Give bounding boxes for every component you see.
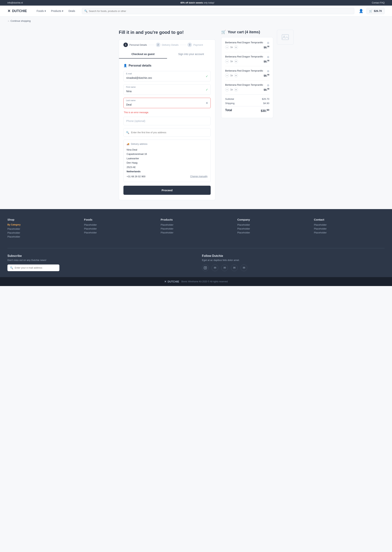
- cart-section: 🛒 Your cart (4 items) Berberana Red Drag…: [221, 30, 273, 200]
- footer-col-products-title: Products: [161, 218, 231, 221]
- checkout-section: Fill it in and you're good to go! 1 Pers…: [119, 30, 215, 200]
- mail-icon-4[interactable]: ✉: [241, 264, 247, 271]
- copyright-text: Bionic Wireframe Kit 2020 © All rights r…: [181, 280, 228, 283]
- proceed-button[interactable]: Proceed: [123, 186, 211, 195]
- shipping-row: Shipping $4.90: [225, 102, 269, 105]
- footer-products-link-2[interactable]: Placeholder: [161, 227, 231, 230]
- tab-guest[interactable]: Checkout as guest: [119, 50, 167, 58]
- progress-steps: 1 Personal Details 2 Delivery Details 3 …: [119, 39, 215, 50]
- cart-item-name: Berberana Red Dragon Tempranillo: [225, 41, 269, 44]
- remove-item-1[interactable]: ⊗: [267, 41, 269, 45]
- nav-deals[interactable]: Deals: [66, 8, 77, 14]
- footer-bottom: Subscribe Don't miss out on any Dutchie …: [7, 248, 385, 271]
- footer-shop-link-2[interactable]: Placeholder: [7, 231, 78, 234]
- nav-foods[interactable]: Foods ▾: [34, 8, 48, 14]
- firstname-field[interactable]: [123, 84, 211, 95]
- checkout-title: Fill it in and you're good to go!: [119, 30, 215, 35]
- footer-col-foods: Foods Placeholder Placeholder Placeholde…: [84, 218, 155, 239]
- qty-value-3: 1x: [230, 74, 233, 77]
- remove-item-4[interactable]: ⊗: [267, 83, 269, 87]
- faq-link[interactable]: FAQ: [380, 1, 385, 4]
- cart-items-list: Berberana Red Dragon Tempranillo − 1x + …: [225, 41, 269, 94]
- item-price-2: $8.90: [264, 60, 269, 63]
- qty-increase-1[interactable]: +: [234, 45, 238, 49]
- subscribe-email-input[interactable]: [15, 266, 57, 269]
- footer-foods-link-3[interactable]: Placeholder: [84, 231, 155, 234]
- logo-text: DUTCHIE: [12, 9, 27, 13]
- firstname-label: First name: [126, 86, 136, 88]
- lastname-clear-icon[interactable]: ✕: [206, 101, 208, 105]
- tab-signin[interactable]: Sign into your account: [167, 50, 215, 58]
- footer-shop-link-1[interactable]: Placeholder: [7, 227, 78, 230]
- footer-logo-icon: ✕: [164, 280, 167, 283]
- footer-col-contact: Contact Placeholder Placeholder Placehol…: [314, 218, 385, 239]
- product-image-placeholder: [277, 30, 294, 45]
- breadcrumb[interactable]: ← Continue shopping: [0, 16, 392, 25]
- search-bar[interactable]: 🔍: [82, 8, 354, 14]
- change-address-link[interactable]: Change manually: [190, 174, 208, 179]
- lastname-label: Last name: [126, 99, 135, 102]
- qty-increase-4[interactable]: +: [234, 88, 238, 91]
- footer-shop-link-3[interactable]: Placeholder: [7, 235, 78, 238]
- email-field[interactable]: [123, 71, 211, 81]
- mail-icon-1[interactable]: ✉: [212, 264, 218, 271]
- footer-logo: ✕ DUTCHIE: [164, 280, 179, 283]
- lastname-field[interactable]: [123, 98, 211, 108]
- svg-rect-2: [204, 266, 207, 269]
- cart-item: Berberana Red Dragon Tempranillo − 1x + …: [225, 83, 269, 91]
- footer-subscribe: Subscribe Don't miss out on any Dutchie …: [7, 254, 190, 271]
- qty-value-4: 1x: [230, 88, 233, 91]
- phone-field[interactable]: [123, 117, 211, 125]
- footer-follow: Follow Dutchie Eget at ac dapibus felis …: [202, 254, 385, 271]
- address-line-4: Den Haag: [126, 160, 208, 165]
- footer-contact-link-2[interactable]: Placeholder: [314, 227, 385, 230]
- footer-products-link-1[interactable]: Placeholder: [161, 223, 231, 226]
- footer-company-link-1[interactable]: Placeholder: [237, 223, 308, 226]
- user-icon[interactable]: 👤: [359, 9, 364, 13]
- qty-increase-3[interactable]: +: [234, 74, 238, 77]
- search-input[interactable]: [89, 10, 352, 13]
- qty-decrease-4[interactable]: −: [225, 88, 229, 91]
- footer-foods-link-2[interactable]: Placeholder: [84, 227, 155, 230]
- qty-decrease-3[interactable]: −: [225, 74, 229, 77]
- checkout-tabs: Checkout as guest Sign into your account: [119, 50, 215, 58]
- qty-decrease-2[interactable]: −: [225, 59, 229, 63]
- contact-link[interactable]: Contact: [372, 1, 379, 4]
- topbar-email: info@dutchie.nl: [7, 1, 23, 4]
- address-line-3: Laakwartier: [126, 156, 208, 160]
- form-card: 👤 Personal details E-mail ✓ First name ✓…: [119, 58, 215, 200]
- footer-contact-link-3[interactable]: Placeholder: [314, 231, 385, 234]
- subscribe-subtitle: Don't miss out on any Dutchie news!: [7, 259, 190, 261]
- address-line-5: 2523 AE: [126, 165, 208, 169]
- qty-controls-4: − 1x +: [225, 88, 238, 91]
- address-search-group: 🔍: [123, 128, 211, 137]
- qty-controls-2: − 1x +: [225, 59, 238, 63]
- footer-company-link-3[interactable]: Placeholder: [237, 231, 308, 234]
- footer-products-link-3[interactable]: Placeholder: [161, 231, 231, 234]
- footer-foods-link-1[interactable]: Placeholder: [84, 223, 155, 226]
- phone-group: [123, 117, 211, 125]
- lastname-group: Last name ✕: [123, 98, 211, 108]
- footer-company-link-2[interactable]: Placeholder: [237, 227, 308, 230]
- step-3-label: Payment: [193, 44, 203, 46]
- address-search-field[interactable]: [123, 128, 211, 137]
- remove-item-3[interactable]: ⊗: [267, 69, 269, 73]
- remove-item-2[interactable]: ⊗: [267, 55, 269, 59]
- nav-products[interactable]: Products ▾: [49, 8, 65, 14]
- mail-icon-3[interactable]: ✉: [231, 264, 238, 271]
- mail-icon-2[interactable]: ✉: [221, 264, 228, 271]
- instagram-icon[interactable]: [202, 264, 209, 271]
- qty-decrease-1[interactable]: −: [225, 45, 229, 49]
- qty-increase-2[interactable]: +: [234, 59, 238, 63]
- cart-button[interactable]: 🛒 $26.70: [366, 8, 385, 14]
- cart-item-name: Berberana Red Dragon Tempranillo: [225, 55, 269, 58]
- subscribe-search-icon: 🔍: [10, 266, 13, 269]
- footer-col-products: Products Placeholder Placeholder Placeho…: [161, 218, 231, 239]
- footer-contact-link-1[interactable]: Placeholder: [314, 223, 385, 226]
- logo-icon: ✕: [7, 9, 11, 13]
- subscribe-title: Subscribe: [7, 254, 190, 258]
- step-1: 1 Personal Details: [123, 43, 147, 47]
- qty-controls-3: − 1x +: [225, 74, 238, 77]
- qty-value-2: 1x: [230, 60, 233, 63]
- logo[interactable]: ✕ DUTCHIE: [7, 9, 27, 13]
